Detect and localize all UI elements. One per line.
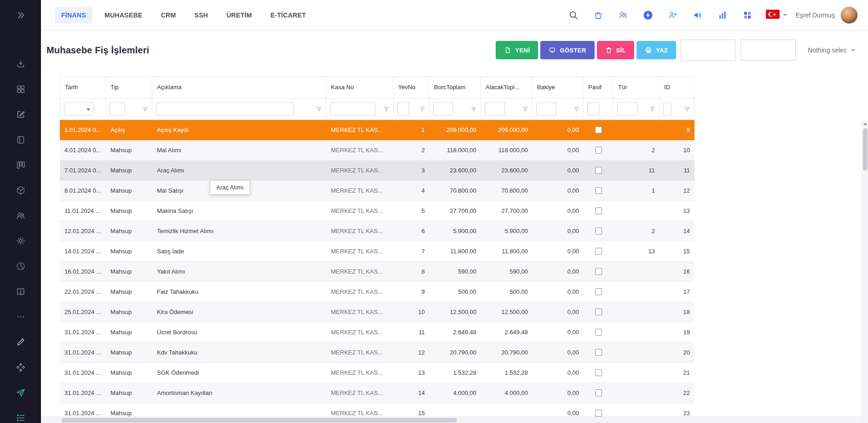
modules-icon[interactable] (16, 84, 26, 94)
filter-input-7[interactable] (536, 103, 556, 115)
column-header-1[interactable]: Tip (106, 77, 152, 98)
toolbar-button-yeni̇[interactable]: YENİ (496, 41, 538, 59)
filter-funnel-icon[interactable] (522, 106, 528, 112)
basket-icon[interactable] (593, 10, 604, 21)
filter-input-8[interactable] (587, 103, 599, 115)
column-header-9[interactable]: Tür (613, 77, 660, 98)
table-row[interactable]: 16.01.2024 ...MahsupYakıt AlımıMERKEZ TL… (60, 262, 694, 282)
pasif-checkbox[interactable] (595, 349, 602, 356)
pasif-checkbox[interactable] (595, 167, 602, 174)
table-row[interactable]: 25.01.2024 ...MahsupKira ÖdemesiMERKEZ T… (60, 302, 694, 322)
filter-input-10[interactable] (663, 103, 671, 115)
pencil-icon[interactable] (16, 337, 26, 347)
apps-grid-icon[interactable] (742, 10, 753, 21)
bar-chart-icon[interactable] (717, 10, 728, 21)
filter-input-6[interactable] (485, 103, 505, 115)
vertical-scrollbar[interactable] (862, 120, 868, 423)
column-header-8[interactable]: Pasif (584, 77, 613, 98)
filter-input-1[interactable] (110, 103, 125, 115)
filter-input-9[interactable] (617, 103, 637, 115)
table-row[interactable]: 4.01.2024 0...MahsupMal AlımıMERKEZ TL K… (60, 140, 694, 160)
filter-date-select[interactable] (64, 103, 93, 115)
toolbar-button-göster[interactable]: GÖSTER (540, 41, 594, 59)
toolbar-button-yaz[interactable]: YAZ (637, 41, 676, 59)
menu-item-ssh[interactable]: SSH (188, 7, 214, 23)
pasif-checkbox[interactable] (595, 248, 602, 255)
filter-funnel-icon[interactable] (684, 106, 690, 112)
pasif-checkbox[interactable] (595, 228, 602, 234)
toolbar-input-1[interactable] (681, 40, 736, 61)
table-row[interactable]: 31.01.2024 ...MahsupSGK ÖdenmediMERKEZ T… (60, 363, 694, 383)
filter-input-2[interactable] (156, 103, 294, 115)
filter-input-4[interactable] (397, 103, 409, 115)
column-header-5[interactable]: BorcToplam (429, 77, 481, 98)
pie-chart-icon[interactable] (16, 261, 26, 271)
toolbar-select[interactable]: Nothing selec (803, 40, 861, 61)
user-avatar[interactable] (840, 6, 858, 24)
pasif-checkbox[interactable] (595, 389, 602, 396)
column-header-7[interactable]: Bakiye (532, 77, 584, 98)
menu-item-e-ti̇caret[interactable]: E-TİCARET (264, 7, 312, 23)
filter-funnel-icon[interactable] (419, 106, 425, 112)
menu-item-muhasebe[interactable]: MUHASEBE (98, 7, 149, 23)
users-icon[interactable] (16, 211, 26, 221)
column-header-10[interactable]: ID (660, 77, 694, 98)
column-header-0[interactable]: Tarih (60, 77, 106, 98)
table-row[interactable]: 22.01.2024 ...MahsupFaiz TahakkukuMERKEZ… (60, 282, 694, 302)
pasif-checkbox[interactable] (595, 288, 602, 295)
import-icon[interactable] (16, 59, 26, 69)
pasif-checkbox[interactable] (595, 410, 602, 417)
filter-input-3[interactable] (330, 103, 376, 115)
menu-item-crm[interactable]: CRM (154, 7, 182, 23)
scrollbar-up-arrow[interactable] (862, 120, 868, 127)
pasif-checkbox[interactable] (595, 268, 602, 275)
language-selector[interactable] (766, 10, 788, 21)
table-row[interactable]: 7.01.2024 0...MahsupAraç AlımıMERKEZ TL … (60, 160, 694, 181)
filter-funnel-icon[interactable] (142, 106, 148, 112)
menu-item-üreti̇m[interactable]: ÜRETİM (220, 7, 258, 23)
horizontal-scrollbar[interactable] (41, 417, 862, 423)
toolbar-button-si̇l[interactable]: SİL (597, 41, 634, 59)
vertical-scrollbar-thumb[interactable] (863, 128, 868, 171)
horizontal-scrollbar-thumb[interactable] (61, 418, 457, 423)
menu-item-fi̇nans[interactable]: FİNANS (55, 7, 93, 23)
table-row[interactable]: 12.01.2024 ...MahsupTemizlik Hizmet Alım… (60, 221, 694, 241)
table-row[interactable]: 31.01.2024 ...MahsupÜcret BordrosuMERKEZ… (60, 322, 694, 343)
table-row[interactable]: 1.01.2024 0...AçılışAçılış KaydıMERKEZ T… (60, 120, 694, 140)
table-row[interactable]: 31.01.2024 ...MahsupAmortisman Kayıtları… (60, 383, 694, 403)
kanban-icon[interactable] (16, 160, 26, 170)
book-icon[interactable] (16, 286, 26, 297)
pasif-checkbox[interactable] (595, 126, 602, 133)
pasif-checkbox[interactable] (595, 147, 602, 154)
pasif-checkbox[interactable] (595, 207, 602, 214)
pasif-checkbox[interactable] (595, 329, 602, 336)
more-icon[interactable] (16, 312, 26, 322)
pasif-checkbox[interactable] (595, 369, 602, 376)
filter-funnel-icon[interactable] (573, 106, 579, 112)
column-header-6[interactable]: AlacakTopl... (481, 77, 532, 98)
flash-circle-icon[interactable] (642, 10, 654, 21)
edit-icon[interactable] (16, 109, 26, 120)
components-icon[interactable] (16, 362, 26, 372)
filter-input-5[interactable] (433, 103, 453, 115)
table-row[interactable]: 8.01.2024 0...MahsupMal SatışıMERKEZ TL … (60, 181, 694, 201)
search-icon[interactable] (568, 10, 579, 21)
filter-funnel-icon[interactable] (471, 106, 477, 112)
filter-funnel-icon[interactable] (383, 106, 389, 112)
send-icon[interactable] (16, 388, 26, 398)
column-header-4[interactable]: YevNo (393, 77, 429, 98)
journal-icon[interactable] (16, 135, 26, 145)
users-icon[interactable] (618, 10, 629, 21)
filter-funnel-icon[interactable] (649, 106, 655, 112)
sidebar-collapse-toggle[interactable] (16, 0, 25, 30)
person-plus-icon[interactable] (667, 10, 678, 21)
pasif-checkbox[interactable] (595, 187, 602, 194)
package-icon[interactable] (16, 185, 26, 195)
filter-funnel-icon[interactable] (316, 106, 322, 112)
table-row[interactable]: 14.01.2024 ...MahsupSatış İadeMERKEZ TL … (60, 241, 694, 262)
table-row[interactable]: 11.01.2024 ...MahsupMakina SatışıMERKEZ … (60, 201, 694, 221)
table-row[interactable]: 31.01.2024 ...MahsupKdv TahakkukuMERKEZ … (60, 343, 694, 363)
speaker-icon[interactable] (692, 10, 703, 21)
pasif-checkbox[interactable] (595, 309, 602, 315)
column-header-3[interactable]: Kasa No (326, 77, 393, 98)
